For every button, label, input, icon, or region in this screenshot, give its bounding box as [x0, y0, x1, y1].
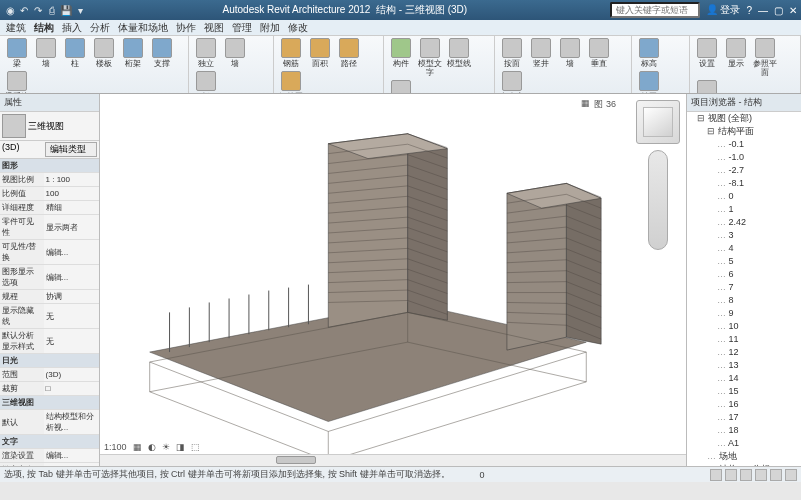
qat-redo-icon[interactable]: ↷: [32, 4, 44, 16]
ribbon-独立[interactable]: 独立: [193, 38, 219, 68]
status-icon[interactable]: [755, 469, 767, 481]
ribbon-墙[interactable]: 墙: [33, 38, 59, 68]
scrollbar-thumb[interactable]: [276, 456, 316, 464]
ribbon-支撑[interactable]: 支撑: [149, 38, 175, 68]
browser-root[interactable]: 视图 (全部): [697, 112, 801, 125]
app-menu-icon[interactable]: ◉: [4, 4, 16, 16]
level-10[interactable]: 10: [717, 320, 801, 333]
ribbon-参照平面[interactable]: 参照平面: [752, 38, 778, 77]
ribbon-模型组[interactable]: 模型组: [388, 80, 414, 94]
ribbon-梁[interactable]: 梁: [4, 38, 30, 68]
close-icon[interactable]: ✕: [789, 5, 797, 16]
ribbon-桁架[interactable]: 桁架: [120, 38, 146, 68]
maximize-icon[interactable]: ▢: [774, 5, 783, 16]
scale-label[interactable]: 1:100: [104, 442, 127, 452]
level-A1[interactable]: A1: [717, 437, 801, 450]
level-4[interactable]: 4: [717, 242, 801, 255]
ribbon-查看器[interactable]: 查看器: [694, 80, 720, 94]
tab-view[interactable]: 视图: [204, 21, 224, 35]
browser-analysis[interactable]: 结构 1 - 分析: [707, 463, 801, 466]
level-5[interactable]: 5: [717, 255, 801, 268]
level--8.1[interactable]: -8.1: [717, 177, 801, 190]
minimize-icon[interactable]: —: [758, 5, 768, 16]
tab-massing[interactable]: 体量和场地: [118, 21, 168, 35]
tab-addin[interactable]: 附加: [260, 21, 280, 35]
help-icon[interactable]: ?: [746, 5, 752, 16]
tab-arch[interactable]: 建筑: [6, 21, 26, 35]
tab-analyze[interactable]: 分析: [90, 21, 110, 35]
ribbon-钢筋[interactable]: 钢筋: [278, 38, 304, 68]
ribbon-按面[interactable]: 按面: [499, 38, 525, 68]
ribbon-标高[interactable]: 标高: [636, 38, 662, 68]
horizontal-scrollbar[interactable]: [100, 454, 686, 466]
ribbon-轴网[interactable]: 轴网: [636, 71, 662, 94]
level-3[interactable]: 3: [717, 229, 801, 242]
qat-undo-icon[interactable]: ↶: [18, 4, 30, 16]
browser-struct-plans[interactable]: 结构平面: [707, 125, 801, 138]
level-16[interactable]: 16: [717, 398, 801, 411]
ribbon-路径[interactable]: 路径: [336, 38, 362, 68]
level-17[interactable]: 17: [717, 411, 801, 424]
ribbon-模型文字[interactable]: 模型文字: [417, 38, 443, 77]
level-7[interactable]: 7: [717, 281, 801, 294]
ribbon-钢筋网[interactable]: 钢筋网: [278, 71, 304, 94]
viewport-3d[interactable]: ▦ 图 36: [100, 94, 686, 466]
edit-type-button[interactable]: 编辑类型: [45, 142, 98, 157]
ribbon-墙[interactable]: 墙: [222, 38, 248, 68]
ribbon-竖井[interactable]: 竖井: [528, 38, 554, 68]
ribbon-老虎窗[interactable]: 老虎窗: [499, 71, 525, 94]
level-6[interactable]: 6: [717, 268, 801, 281]
status-icon[interactable]: [785, 469, 797, 481]
ribbon-设置[interactable]: 设置: [694, 38, 720, 77]
properties-header: 属性: [0, 94, 99, 112]
ribbon-模型线[interactable]: 模型线: [446, 38, 472, 77]
ribbon-构件[interactable]: 构件: [388, 38, 414, 77]
level--0.1[interactable]: -0.1: [717, 138, 801, 151]
visual-style-icon[interactable]: ◐: [148, 442, 156, 452]
qat-save-icon[interactable]: 💾: [60, 4, 72, 16]
ribbon-楼板[interactable]: 楼板: [91, 38, 117, 68]
level-0[interactable]: 0: [717, 190, 801, 203]
status-icon[interactable]: [710, 469, 722, 481]
level-1[interactable]: 1: [717, 203, 801, 216]
tab-struct[interactable]: 结构: [34, 21, 54, 35]
tab-modify[interactable]: 修改: [288, 21, 308, 35]
type-selector[interactable]: 三维视图: [0, 112, 99, 140]
level-8[interactable]: 8: [717, 294, 801, 307]
status-value: 0: [480, 470, 485, 480]
sun-icon[interactable]: ☀: [162, 442, 170, 452]
ribbon-梁系统[interactable]: 梁系统: [4, 71, 30, 94]
browser-site[interactable]: 场地: [707, 450, 801, 463]
ribbon-柱[interactable]: 柱: [62, 38, 88, 68]
search-input[interactable]: [610, 2, 700, 18]
nav-wheel[interactable]: [648, 150, 668, 250]
level--1.0[interactable]: -1.0: [717, 151, 801, 164]
level-9[interactable]: 9: [717, 307, 801, 320]
shadow-icon[interactable]: ◨: [176, 442, 185, 452]
level-13[interactable]: 13: [717, 359, 801, 372]
qat-print-icon[interactable]: ⎙: [46, 4, 58, 16]
level-2.42[interactable]: 2.42: [717, 216, 801, 229]
ribbon-板[interactable]: 板: [193, 71, 219, 94]
view-cube[interactable]: [636, 100, 680, 144]
ribbon-墙[interactable]: 墙: [557, 38, 583, 68]
tab-insert[interactable]: 插入: [62, 21, 82, 35]
level-15[interactable]: 15: [717, 385, 801, 398]
status-icon[interactable]: [725, 469, 737, 481]
level-11[interactable]: 11: [717, 333, 801, 346]
level-14[interactable]: 14: [717, 372, 801, 385]
ribbon-显示[interactable]: 显示: [723, 38, 749, 77]
status-icon[interactable]: [740, 469, 752, 481]
ribbon-垂直[interactable]: 垂直: [586, 38, 612, 68]
level--2.7[interactable]: -2.7: [717, 164, 801, 177]
detail-icon[interactable]: ▦: [133, 442, 142, 452]
user-login[interactable]: 👤 登录: [706, 3, 741, 17]
status-icon[interactable]: [770, 469, 782, 481]
level-12[interactable]: 12: [717, 346, 801, 359]
tab-manage[interactable]: 管理: [232, 21, 252, 35]
ribbon-面积[interactable]: 面积: [307, 38, 333, 68]
crop-icon[interactable]: ⬚: [191, 442, 200, 452]
qat-more-icon[interactable]: ▾: [74, 4, 86, 16]
tab-collab[interactable]: 协作: [176, 21, 196, 35]
level-18[interactable]: 18: [717, 424, 801, 437]
